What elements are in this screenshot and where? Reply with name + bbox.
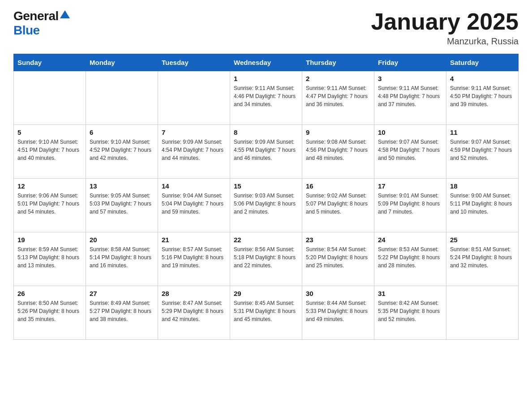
calendar-cell: 24Sunrise: 8:53 AM Sunset: 5:22 PM Dayli… (374, 232, 446, 286)
day-number: 9 (306, 128, 370, 136)
day-number: 19 (17, 236, 82, 244)
col-header-monday: Monday (86, 54, 158, 71)
calendar-cell: 29Sunrise: 8:45 AM Sunset: 5:31 PM Dayli… (230, 286, 302, 340)
day-number: 21 (162, 236, 226, 244)
day-info: Sunrise: 9:09 AM Sunset: 4:55 PM Dayligh… (234, 138, 298, 162)
calendar-cell: 2Sunrise: 9:11 AM Sunset: 4:47 PM Daylig… (302, 71, 374, 125)
calendar-cell: 6Sunrise: 9:10 AM Sunset: 4:52 PM Daylig… (86, 125, 158, 179)
day-number: 27 (90, 290, 154, 297)
day-number: 13 (90, 182, 154, 190)
calendar-cell: 4Sunrise: 9:11 AM Sunset: 4:50 PM Daylig… (446, 71, 519, 125)
day-number: 24 (378, 236, 442, 244)
day-number: 20 (90, 236, 154, 244)
calendar-cell (86, 71, 158, 125)
svg-marker-0 (60, 10, 70, 18)
day-info: Sunrise: 9:04 AM Sunset: 5:04 PM Dayligh… (162, 192, 226, 216)
day-info: Sunrise: 9:05 AM Sunset: 5:03 PM Dayligh… (90, 192, 154, 216)
day-number: 8 (234, 128, 298, 136)
day-info: Sunrise: 9:07 AM Sunset: 4:59 PM Dayligh… (450, 138, 515, 162)
calendar-cell: 27Sunrise: 8:49 AM Sunset: 5:27 PM Dayli… (86, 286, 158, 340)
location-text: Manzurka, Russia (371, 36, 519, 47)
day-info: Sunrise: 8:45 AM Sunset: 5:31 PM Dayligh… (234, 299, 298, 323)
calendar-week-row: 1Sunrise: 9:11 AM Sunset: 4:46 PM Daylig… (14, 71, 519, 125)
calendar-cell: 12Sunrise: 9:06 AM Sunset: 5:01 PM Dayli… (14, 179, 86, 232)
calendar-week-row: 12Sunrise: 9:06 AM Sunset: 5:01 PM Dayli… (14, 179, 519, 232)
day-info: Sunrise: 8:59 AM Sunset: 5:13 PM Dayligh… (17, 245, 82, 270)
calendar-cell: 28Sunrise: 8:47 AM Sunset: 5:29 PM Dayli… (158, 286, 230, 340)
calendar-cell: 30Sunrise: 8:44 AM Sunset: 5:33 PM Dayli… (302, 286, 374, 340)
day-number: 2 (306, 75, 370, 82)
day-info: Sunrise: 9:01 AM Sunset: 5:09 PM Dayligh… (378, 192, 442, 216)
day-info: Sunrise: 9:10 AM Sunset: 4:52 PM Dayligh… (90, 138, 154, 162)
calendar-cell: 5Sunrise: 9:10 AM Sunset: 4:51 PM Daylig… (14, 125, 86, 179)
day-number: 26 (17, 290, 82, 297)
day-number: 6 (90, 128, 154, 136)
day-number: 18 (450, 182, 515, 190)
day-number: 10 (378, 128, 442, 136)
day-number: 7 (162, 128, 226, 136)
calendar-cell: 13Sunrise: 9:05 AM Sunset: 5:03 PM Dayli… (86, 179, 158, 232)
day-number: 17 (378, 182, 442, 190)
day-info: Sunrise: 8:47 AM Sunset: 5:29 PM Dayligh… (162, 299, 226, 323)
col-header-saturday: Saturday (446, 54, 519, 71)
day-number: 23 (306, 236, 370, 244)
calendar-table: SundayMondayTuesdayWednesdayThursdayFrid… (13, 54, 519, 340)
day-number: 30 (306, 290, 370, 297)
day-number: 25 (450, 236, 515, 244)
calendar-cell: 7Sunrise: 9:09 AM Sunset: 4:54 PM Daylig… (158, 125, 230, 179)
day-number: 11 (450, 128, 515, 136)
day-number: 5 (17, 128, 82, 136)
day-info: Sunrise: 9:09 AM Sunset: 4:54 PM Dayligh… (162, 138, 226, 162)
col-header-thursday: Thursday (302, 54, 374, 71)
day-info: Sunrise: 8:42 AM Sunset: 5:35 PM Dayligh… (378, 299, 442, 323)
title-block: January 2025 Manzurka, Russia (371, 9, 519, 47)
col-header-sunday: Sunday (14, 54, 86, 71)
day-number: 29 (234, 290, 298, 297)
col-header-wednesday: Wednesday (230, 54, 302, 71)
day-number: 12 (17, 182, 82, 190)
day-info: Sunrise: 8:44 AM Sunset: 5:33 PM Dayligh… (306, 299, 370, 323)
calendar-cell: 1Sunrise: 9:11 AM Sunset: 4:46 PM Daylig… (230, 71, 302, 125)
logo-triangle-icon (60, 10, 70, 20)
calendar-cell: 23Sunrise: 8:54 AM Sunset: 5:20 PM Dayli… (302, 232, 374, 286)
day-number: 15 (234, 182, 298, 190)
day-info: Sunrise: 9:11 AM Sunset: 4:47 PM Dayligh… (306, 84, 370, 108)
calendar-cell: 19Sunrise: 8:59 AM Sunset: 5:13 PM Dayli… (14, 232, 86, 286)
day-info: Sunrise: 9:11 AM Sunset: 4:46 PM Dayligh… (234, 84, 298, 108)
day-info: Sunrise: 8:51 AM Sunset: 5:24 PM Dayligh… (450, 245, 515, 270)
calendar-cell: 14Sunrise: 9:04 AM Sunset: 5:04 PM Dayli… (158, 179, 230, 232)
day-info: Sunrise: 8:54 AM Sunset: 5:20 PM Dayligh… (306, 245, 370, 270)
calendar-week-row: 19Sunrise: 8:59 AM Sunset: 5:13 PM Dayli… (14, 232, 519, 286)
day-info: Sunrise: 9:06 AM Sunset: 5:01 PM Dayligh… (17, 192, 82, 216)
day-info: Sunrise: 9:08 AM Sunset: 4:56 PM Dayligh… (306, 138, 370, 162)
calendar-cell (14, 71, 86, 125)
calendar-cell: 16Sunrise: 9:02 AM Sunset: 5:07 PM Dayli… (302, 179, 374, 232)
calendar-cell: 9Sunrise: 9:08 AM Sunset: 4:56 PM Daylig… (302, 125, 374, 179)
month-title: January 2025 (371, 9, 519, 34)
calendar-cell: 31Sunrise: 8:42 AM Sunset: 5:35 PM Dayli… (374, 286, 446, 340)
day-info: Sunrise: 9:03 AM Sunset: 5:06 PM Dayligh… (234, 192, 298, 216)
calendar-cell (446, 286, 519, 340)
day-number: 16 (306, 182, 370, 190)
logo-general-text: General (13, 9, 59, 23)
day-info: Sunrise: 8:58 AM Sunset: 5:14 PM Dayligh… (90, 245, 154, 270)
page-header: General Blue January 2025 Manzurka, Russ… (13, 9, 519, 47)
day-info: Sunrise: 9:11 AM Sunset: 4:50 PM Dayligh… (450, 84, 515, 108)
day-number: 28 (162, 290, 226, 297)
day-info: Sunrise: 8:49 AM Sunset: 5:27 PM Dayligh… (90, 299, 154, 323)
day-number: 14 (162, 182, 226, 190)
calendar-cell: 18Sunrise: 9:00 AM Sunset: 5:11 PM Dayli… (446, 179, 519, 232)
calendar-cell: 8Sunrise: 9:09 AM Sunset: 4:55 PM Daylig… (230, 125, 302, 179)
day-number: 31 (378, 290, 442, 297)
day-info: Sunrise: 8:56 AM Sunset: 5:18 PM Dayligh… (234, 245, 298, 270)
calendar-cell (158, 71, 230, 125)
calendar-header-row: SundayMondayTuesdayWednesdayThursdayFrid… (14, 54, 519, 71)
calendar-cell: 25Sunrise: 8:51 AM Sunset: 5:24 PM Dayli… (446, 232, 519, 286)
day-info: Sunrise: 9:00 AM Sunset: 5:11 PM Dayligh… (450, 192, 515, 216)
day-info: Sunrise: 9:10 AM Sunset: 4:51 PM Dayligh… (17, 138, 82, 162)
calendar-cell: 11Sunrise: 9:07 AM Sunset: 4:59 PM Dayli… (446, 125, 519, 179)
logo: General Blue (13, 9, 70, 38)
day-info: Sunrise: 9:02 AM Sunset: 5:07 PM Dayligh… (306, 192, 370, 216)
day-info: Sunrise: 8:50 AM Sunset: 5:26 PM Dayligh… (17, 299, 82, 323)
col-header-tuesday: Tuesday (158, 54, 230, 71)
